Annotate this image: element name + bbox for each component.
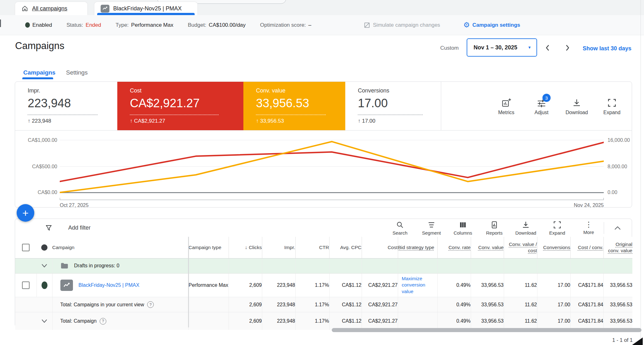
add-filter-button[interactable]: Add filter <box>45 219 91 237</box>
add-campaign-fab[interactable]: + <box>17 204 34 222</box>
cell-avg-cpc: CA$1.12 <box>329 273 362 297</box>
header-bid-strategy[interactable]: Bid strategy type <box>398 237 437 258</box>
cell-clicks: 2,609 <box>229 273 262 297</box>
header-label: Clicks <box>249 245 262 250</box>
scorecard-divider <box>256 114 326 115</box>
page-title: Campaigns <box>15 40 64 52</box>
total-campaign-expand-cell[interactable] <box>15 312 52 330</box>
scorecard-delta: ↑ 17.00 <box>358 118 441 124</box>
header-conversions[interactable]: Conversions <box>537 237 570 258</box>
campaign-settings-label: Campaign settings <box>472 22 520 28</box>
header-label: Cost / conv. <box>578 245 603 250</box>
scorecard-impressions[interactable]: Impr. 223,948 ↑ 223,948 <box>15 82 117 130</box>
scorecard-conv-value[interactable]: Conv. value 33,956.53 ↑ 33,956.53 <box>243 82 345 130</box>
table-download-button[interactable]: Download <box>516 221 536 236</box>
frozen-column-divider <box>188 237 189 327</box>
header-campaign[interactable]: Campaign <box>52 237 188 258</box>
total-view-label-cell: Total: Campaigns in your current view ? <box>52 297 188 312</box>
enabled-status[interactable]: Enabled <box>25 22 52 28</box>
adjust-button[interactable]: 3 Adjust <box>530 98 552 115</box>
metrics-label: Metrics <box>498 110 514 115</box>
series-cost <box>60 142 604 181</box>
chart-download-button[interactable]: Download <box>566 98 588 115</box>
campaign-settings-button[interactable]: ⚙ Campaign settings <box>464 21 520 29</box>
search-button[interactable]: Search <box>390 221 410 236</box>
header-label: Avg. CPC <box>340 245 362 250</box>
scorecard-divider <box>358 114 423 115</box>
header-conv-value-cost[interactable]: Conv. value / cost <box>504 237 537 258</box>
cell-impressions: 223,948 <box>262 312 295 330</box>
budget-value: CA$100.00/day <box>209 22 246 28</box>
header-cost-conv[interactable]: Cost / conv. <box>570 237 603 258</box>
columns-label: Columns <box>453 230 472 236</box>
budget-field[interactable]: Budget: CA$100.00/day <box>188 22 246 28</box>
optimization-score-label: Optimization score: <box>260 22 306 28</box>
header-ctr[interactable]: CTR <box>295 237 329 258</box>
x-axis-start-label: Oct 27, 2025 <box>60 203 89 208</box>
cell-cost-conv: CA$171.84 <box>570 273 603 297</box>
table-expand-button[interactable]: Expand <box>547 221 567 236</box>
left-axis-label: CA$0.00 <box>19 190 57 195</box>
segment-button[interactable]: Segment <box>422 221 441 236</box>
chevron-down-icon[interactable] <box>15 264 52 268</box>
scorecard-delta: ↑ CA$2,921.27 <box>130 118 243 124</box>
show-last-30-days-link[interactable]: Show last 30 days <box>583 45 631 52</box>
drafts-row: Drafts in progress: 0 <box>15 258 632 273</box>
date-range-picker[interactable]: Nov 1 – 30, 2025 ▼ <box>467 38 537 57</box>
header-clicks-sorted[interactable]: ↓ Clicks <box>229 237 262 258</box>
folder-icon <box>60 262 69 269</box>
header-conv-value[interactable]: Conv. value <box>471 237 504 258</box>
drafts-expand-cell[interactable] <box>15 258 52 273</box>
more-label: More <box>583 230 594 235</box>
select-all-checkbox[interactable] <box>22 244 30 251</box>
row-status-cell[interactable] <box>36 273 52 297</box>
header-avg-cpc[interactable]: Avg. CPC <box>329 237 362 258</box>
horizontal-scrollbar[interactable] <box>332 328 641 332</box>
cell-conv-value-cost: 11.62 <box>504 297 537 312</box>
header-original-conv-value[interactable]: Original conv. value <box>603 237 632 258</box>
columns-button[interactable]: Columns <box>453 221 473 236</box>
select-all-checkbox-cell[interactable] <box>15 237 36 258</box>
header-campaign-type[interactable]: Campaign type <box>188 237 229 258</box>
header-conv-rate[interactable]: Conv. rate <box>437 237 471 258</box>
help-icon[interactable]: ? <box>100 318 106 325</box>
table-download-label: Download <box>515 230 536 236</box>
chart-tools: Metrics 3 Adjust Download <box>495 98 623 115</box>
status-filter-cell[interactable] <box>36 237 52 258</box>
tab-current-campaign[interactable]: BlackFriday-Nov25 | PMAX <box>94 2 198 15</box>
chevron-down-icon[interactable] <box>15 319 52 323</box>
scorecard-cost[interactable]: Cost CA$2,921.27 ↑ CA$2,921.27 <box>117 82 243 130</box>
right-axis-label: 16,000.00 <box>608 137 630 143</box>
metrics-button[interactable]: Metrics <box>495 98 517 115</box>
reports-button[interactable]: Reports <box>485 221 504 236</box>
gear-icon: ⚙ <box>464 21 470 29</box>
table-tools: Search Segment Columns Reports Download <box>390 221 598 236</box>
chart-expand-button[interactable]: Expand <box>601 98 623 115</box>
more-button[interactable]: ⋮ More <box>579 221 598 236</box>
row-checkbox-cell[interactable] <box>15 273 36 297</box>
header-label: Bid strategy type <box>398 245 434 250</box>
tab-campaigns[interactable]: Campaigns <box>23 69 55 76</box>
scorecard-right-divider <box>441 82 441 131</box>
total-view-label: Total: Campaigns in your current view <box>60 302 144 308</box>
tab-all-campaigns[interactable]: All campaigns <box>15 2 88 15</box>
header-impressions[interactable]: Impr. <box>262 237 295 258</box>
help-icon[interactable]: ? <box>147 301 154 308</box>
status-label: Status: <box>66 22 83 28</box>
segment-label: Segment <box>422 230 441 236</box>
cell-ctr: 1.17% <box>295 312 329 330</box>
row-checkbox[interactable] <box>22 281 30 289</box>
cell-impressions: 223,948 <box>262 297 295 312</box>
date-prev-button[interactable] <box>541 42 554 54</box>
collapse-table-button[interactable] <box>612 223 623 233</box>
simulate-changes-button[interactable]: Simulate campaign changes <box>364 22 440 29</box>
tab-settings[interactable]: Settings <box>66 69 88 76</box>
date-next-button[interactable] <box>561 42 574 54</box>
campaign-chart-icon <box>101 5 109 13</box>
header-cost[interactable]: Cost <box>362 237 398 258</box>
campaign-name-link[interactable]: BlackFriday-Nov25 | PMAX <box>79 282 140 288</box>
scorecard-conversions[interactable]: Conversions 17.00 ↑ 17.00 <box>345 82 441 130</box>
bid-strategy-link[interactable]: Maximize conversion value <box>398 274 437 297</box>
plus-icon: + <box>22 207 29 219</box>
campaign-table-card: Add filter Search Segment Columns Repor <box>15 219 632 327</box>
